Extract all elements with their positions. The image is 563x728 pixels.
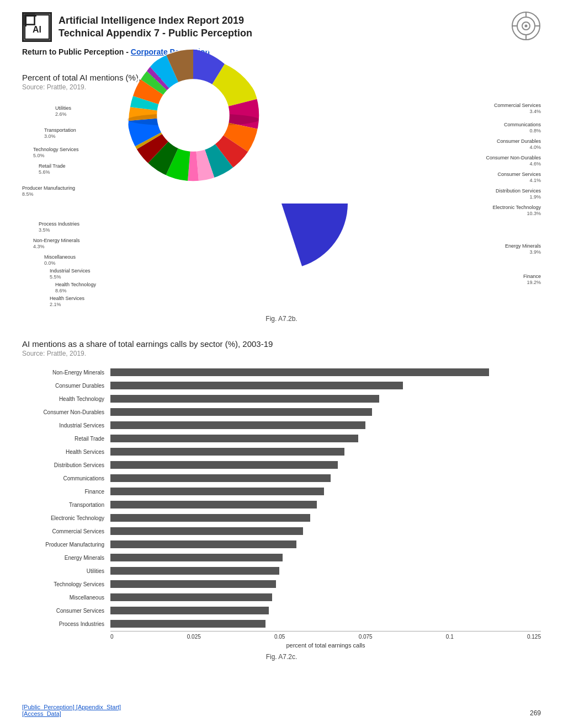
bar-fill bbox=[110, 408, 372, 416]
bar-fill bbox=[110, 607, 269, 614]
bar-fill bbox=[110, 567, 279, 575]
label-industrial-services: Industrial Services5.5% bbox=[50, 268, 91, 280]
bar-fill bbox=[110, 435, 358, 442]
bar-track bbox=[110, 474, 541, 482]
bar-track bbox=[110, 501, 541, 508]
bar-track bbox=[110, 368, 541, 376]
bar-fill bbox=[110, 593, 272, 601]
label-technology-services: Technology Services5.0% bbox=[33, 147, 79, 159]
label-consumer-non-durables: Consumer Non-Durables4.6% bbox=[486, 155, 541, 167]
bar-fill bbox=[110, 474, 331, 482]
chart2-title: AI mentions as a share of total earnings… bbox=[22, 339, 541, 349]
breadcrumb: Return to Public Perception - Corporate … bbox=[22, 47, 541, 56]
footer-link-1[interactable]: [Public_Perception] [Appendix_Start] bbox=[22, 704, 121, 710]
label-transportation: Transportation3.0% bbox=[44, 127, 76, 140]
bar-label: Retail Trade bbox=[22, 436, 108, 442]
label-health-services: Health Services2.1% bbox=[50, 296, 84, 308]
bar-label: Distribution Services bbox=[22, 462, 108, 468]
page-header: AI Artificial Intelligence Index Report … bbox=[22, 11, 541, 43]
bar-fill bbox=[110, 580, 276, 588]
bar-label: Process Industries bbox=[22, 621, 108, 627]
bar-fill bbox=[110, 620, 265, 628]
bar-row: Electronic Technology bbox=[110, 512, 541, 524]
bar-row: Health Services bbox=[110, 446, 541, 458]
x-tick: 0.05 bbox=[274, 634, 285, 640]
label-consumer-durables: Consumer Durables4.0% bbox=[497, 138, 541, 151]
bar-fill bbox=[110, 540, 296, 548]
label-consumer-services-r: Consumer Services4.1% bbox=[497, 172, 541, 184]
x-tick: 0.075 bbox=[359, 634, 373, 640]
bar-row: Consumer Durables bbox=[110, 379, 541, 392]
bar-track bbox=[110, 382, 541, 389]
bar-label: Miscellaneous bbox=[22, 595, 108, 601]
x-axis: 00.0250.050.0750.10.125 bbox=[22, 634, 541, 640]
label-commercial-services: Commercial Services3.4% bbox=[494, 103, 541, 115]
footer-link-2[interactable]: [Access_Data] bbox=[22, 710, 121, 717]
x-axis-label: percent of total earnings calls bbox=[110, 642, 541, 649]
chart1-title: Percent of total AI mentions (%), 2003-1… bbox=[22, 73, 541, 82]
bar-row: Transportation bbox=[110, 499, 541, 511]
bar-fill bbox=[110, 554, 283, 561]
donut-labels-right: Commercial Services3.4% Communications0.… bbox=[431, 100, 541, 309]
bar-row: Communications bbox=[110, 472, 541, 484]
chart2-section: AI mentions as a share of total earnings… bbox=[22, 339, 541, 661]
chart2-source: Source: Prattle, 2019. bbox=[22, 350, 541, 357]
bar-fill bbox=[110, 395, 379, 403]
label-process-industries: Process Industries3.5% bbox=[39, 221, 79, 233]
bar-track bbox=[110, 448, 541, 456]
bar-label: Non-Energy Minerals bbox=[22, 370, 108, 376]
bar-row: Retail Trade bbox=[110, 432, 541, 445]
bar-row: Health Technology bbox=[110, 393, 541, 405]
page-footer: [Public_Perception] [Appendix_Start] [Ac… bbox=[22, 704, 541, 717]
label-utilities: Utilities2.6% bbox=[55, 105, 71, 117]
bar-row: Commercial Services bbox=[110, 525, 541, 537]
label-electronic-technology: Electronic Technology10.3% bbox=[493, 205, 541, 217]
bar-row: Technology Services bbox=[110, 578, 541, 590]
bar-track bbox=[110, 408, 541, 416]
bar-label: Utilities bbox=[22, 568, 108, 574]
bar-label: Industrial Services bbox=[22, 422, 108, 429]
bar-label: Electronic Technology bbox=[22, 515, 108, 521]
bar-row: Consumer Non-Durables bbox=[110, 406, 541, 418]
bar-label: Consumer Services bbox=[22, 608, 108, 614]
label-retail-trade: Retail Trade5.6% bbox=[39, 163, 66, 175]
donut-svg-container bbox=[193, 115, 370, 294]
bar-fill bbox=[110, 527, 303, 535]
bar-track bbox=[110, 540, 541, 548]
bar-row: Industrial Services bbox=[110, 419, 541, 431]
bar-fill bbox=[110, 514, 310, 522]
bar-fill bbox=[110, 421, 365, 429]
label-non-energy-minerals: Non-Energy Minerals4.3% bbox=[33, 238, 80, 250]
label-energy-minerals: Energy Minerals3.9% bbox=[505, 243, 541, 255]
chart1-source: Source: Prattle, 2019. bbox=[22, 83, 541, 91]
bar-fill bbox=[110, 448, 344, 456]
header-icon bbox=[511, 11, 541, 43]
label-finance: Finance19.2% bbox=[523, 274, 541, 286]
bar-track bbox=[110, 488, 541, 495]
bar-row: Producer Manufacturing bbox=[110, 538, 541, 550]
bar-row: Consumer Services bbox=[110, 604, 541, 617]
ai-logo: AI bbox=[22, 12, 52, 42]
bar-label: Transportation bbox=[22, 502, 108, 508]
bar-chart: Non-Energy MineralsConsumer DurablesHeal… bbox=[22, 366, 541, 631]
bar-label: Health Technology bbox=[22, 396, 108, 402]
bar-track bbox=[110, 567, 541, 575]
bar-track bbox=[110, 607, 541, 614]
bar-label: Technology Services bbox=[22, 581, 108, 587]
x-tick: 0.025 bbox=[187, 634, 201, 640]
bar-label: Producer Manufacturing bbox=[22, 542, 108, 548]
bar-track bbox=[110, 435, 541, 442]
bar-label: Consumer Non-Durables bbox=[22, 409, 108, 415]
donut-chart: Utilities2.6% Transportation3.0% Technol… bbox=[22, 100, 541, 309]
bar-fill bbox=[110, 501, 317, 508]
bar-track bbox=[110, 527, 541, 535]
label-producer-manufacturing: Producer Manufacturing8.5% bbox=[22, 185, 75, 197]
bar-fill bbox=[110, 368, 489, 376]
bar-track bbox=[110, 461, 541, 469]
bar-track bbox=[110, 620, 541, 628]
bar-track bbox=[110, 514, 541, 522]
chart1-section: Percent of total AI mentions (%), 2003-1… bbox=[22, 73, 541, 323]
x-tick: 0.1 bbox=[446, 634, 454, 640]
bar-track bbox=[110, 421, 541, 429]
footer-links: [Public_Perception] [Appendix_Start] [Ac… bbox=[22, 704, 121, 717]
